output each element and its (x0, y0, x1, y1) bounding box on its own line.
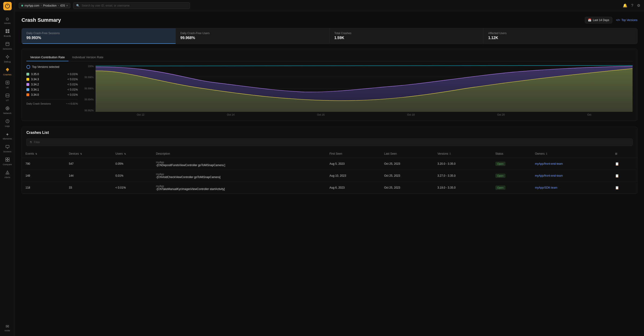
table-row[interactable]: 118 33 < 0.01% myApp -[CNTakeManualKycIm… (22, 182, 637, 194)
svg-rect-12 (6, 81, 9, 84)
date-range-selector[interactable]: 📅 Last 14 Days (585, 17, 612, 23)
app-selector[interactable]: myApp.com • Production • iOS ▾ (19, 3, 70, 9)
separator: • (41, 4, 42, 7)
col-status: Status (492, 150, 531, 158)
sidebar-item-ut[interactable]: UT (0, 91, 15, 104)
col-events[interactable]: Events ⇅ (22, 150, 65, 158)
tab-version-contribution[interactable]: Version Contribution Rate (26, 54, 68, 61)
sidebar-item-ue[interactable]: UE (0, 78, 15, 91)
legend-item-1[interactable]: 3.34.3 < 0.01% (26, 77, 78, 82)
legend-version-0: 3.35.0 (31, 73, 39, 76)
columns-icon[interactable]: ⊞ (615, 152, 617, 155)
stat-label-sessions: Daily Crash-Free Sessions (26, 32, 171, 35)
cell-users-0: 0.05% (112, 158, 152, 170)
svg-rect-19 (6, 145, 9, 148)
col-versions: Versions ℹ (434, 150, 492, 158)
cell-first-seen-1: Aug 10, 2023 (326, 170, 380, 182)
cell-description-2: myApp -[CNTakeManualKycImagesViewControl… (152, 182, 326, 194)
top-versions-button[interactable]: </> Top Versions (616, 19, 638, 22)
table-row[interactable]: 149 144 0.01% myApp -[CNVoidCheckViewCon… (22, 170, 637, 182)
topbar: myApp.com • Production • iOS ▾ 🔍 Search … (15, 0, 644, 11)
stat-total-crashes[interactable]: Total Crashes 1.59K (330, 28, 484, 44)
sidebar-item-debug[interactable]: Debug (0, 52, 15, 65)
col-devices[interactable]: Devices ⇅ (65, 150, 112, 158)
status-badge-1: Open (496, 174, 506, 178)
legend-version-2: 3.34.2 (31, 83, 39, 86)
legend-color-1 (26, 78, 29, 81)
legend-item-0[interactable]: 3.35.0 < 0.01% (26, 72, 78, 77)
issues-icon: ⊙ (6, 16, 9, 22)
legend-item-2[interactable]: 3.34.2 < 0.01% (26, 82, 78, 87)
cell-owner-0: myApp/front-end-team (531, 158, 611, 170)
table-header-row: Events ⇅ Devices ⇅ Users ⇅ Description (22, 150, 637, 158)
legend-value-3: < 0.01% (68, 88, 78, 91)
crashes-list-section: Crashes List ⚗ Filter Events ⇅ Devices ⇅ (22, 127, 638, 194)
svg-point-27 (7, 173, 8, 174)
stat-crash-free-users[interactable]: Daily Crash-Free Users 99.968% (176, 28, 330, 44)
svg-rect-22 (6, 158, 7, 159)
cell-events-0: 790 (22, 158, 65, 170)
cell-action-2: 📋 (611, 182, 637, 194)
search-bar[interactable]: 🔍 Search by user ID, email, or username (73, 2, 190, 9)
versions-label: Top Versions (621, 19, 638, 22)
legend-header-label: Top Versions selected (32, 65, 59, 69)
svg-rect-25 (8, 160, 9, 161)
chart-legend: Top Versions selected 3.35.0 < 0.01% 3.3… (26, 65, 78, 116)
bell-icon[interactable]: 🔔 (623, 3, 628, 8)
filter-bar[interactable]: ⚗ Filter (26, 138, 632, 146)
sidebar-item-crashes[interactable]: Crashes (0, 65, 15, 78)
sidebar-item-issues[interactable]: ⊙ Issues (0, 14, 15, 27)
chart-body: Top Versions selected 3.35.0 < 0.01% 3.3… (26, 65, 632, 116)
table-row[interactable]: 790 547 0.05% myApp -[CNDepositFundsView… (22, 158, 637, 170)
app-logo[interactable] (3, 2, 12, 10)
x-label-3: Oct 18 (407, 113, 414, 116)
invite-icon: ✉ (6, 324, 9, 329)
y-label-1: 99.998% (84, 76, 94, 79)
action-icon-0[interactable]: 📋 (615, 162, 619, 166)
owner-link-1[interactable]: myApp/front-end-team (535, 174, 563, 177)
svg-rect-2 (8, 29, 9, 31)
action-icon-2[interactable]: 📋 (615, 186, 619, 190)
y-axis: 100% 99.998% 99.996% 99.994% 99.992% (82, 65, 96, 112)
legend-value-0: < 0.01% (68, 73, 78, 76)
sidebar-item-alerts[interactable]: Alerts (0, 168, 15, 181)
filter-placeholder: Filter (34, 141, 40, 144)
sort-icon-events: ⇅ (35, 152, 37, 155)
action-icon-1[interactable]: 📋 (615, 174, 619, 178)
page-title: Crash Summary (22, 17, 61, 23)
legend-version-3: 3.34.1 (31, 88, 39, 91)
settings-icon[interactable]: ⚙ (637, 3, 640, 8)
sidebar-item-logs[interactable]: Logs (0, 117, 15, 130)
sidebar-item-network[interactable]: Network (0, 104, 15, 117)
owner-link-0[interactable]: myApp/front-end-team (535, 162, 563, 165)
help-icon[interactable]: ? (631, 4, 633, 8)
legend-item-4[interactable]: 3.34.0 < 0.01% (26, 92, 78, 97)
svg-rect-1 (6, 29, 7, 31)
legend-header: Top Versions selected (26, 65, 78, 69)
x-axis: Oct 12 Oct 14 Oct 16 Oct 18 Oct 20 Oct (82, 113, 632, 116)
stat-affected-users[interactable]: Affected Users 1.12K (484, 28, 637, 44)
owner-link-2[interactable]: myApp/SDK-team (535, 186, 557, 189)
x-label-1: Oct 14 (227, 113, 234, 116)
cell-first-seen-0: Aug 5, 2023 (326, 158, 380, 170)
y-label-2: 99.996% (84, 87, 94, 90)
sidebar-item-invite[interactable]: ✉ Invite (0, 321, 15, 334)
tab-individual-version[interactable]: Individual Version Rate (68, 54, 107, 61)
stat-crash-free-sessions[interactable]: Daily Crash-Free Sessions 99.993% (22, 28, 176, 44)
cell-last-seen-1: Oct 25, 2023 (380, 170, 434, 182)
sidebar-item-compare[interactable]: Compare (0, 155, 15, 168)
sidebar-item-moments[interactable]: ✦ Moments (0, 130, 15, 142)
sort-icon-devices: ⇅ (80, 152, 82, 155)
stat-value-affected: 1.12K (488, 36, 498, 40)
legend-version-1: 3.34.3 (31, 78, 39, 81)
sidebar: ⊙ Issues Boards Sessions (0, 0, 15, 336)
sidebar-item-boards[interactable]: Boards (0, 27, 15, 40)
cell-users-2: < 0.01% (112, 182, 152, 194)
sidebar-item-sessions[interactable]: Sessions (0, 40, 15, 52)
search-icon: 🔍 (76, 4, 80, 7)
col-users[interactable]: Users ⇅ (112, 150, 152, 158)
cell-description-1: myApp -[CNVoidCheckViewController goToMi… (152, 170, 326, 182)
desc-method-1: -[CNVoidCheckViewController goToMiSnapCa… (156, 176, 322, 179)
sidebar-item-screens[interactable]: Screens (0, 142, 15, 155)
legend-item-3[interactable]: 3.34.1 < 0.01% (26, 87, 78, 92)
